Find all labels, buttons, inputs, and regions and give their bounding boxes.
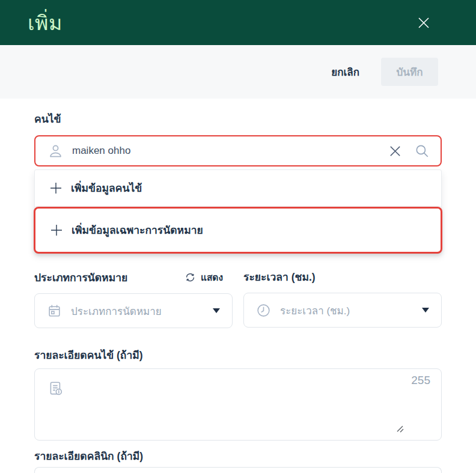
close-button[interactable] <box>416 15 432 31</box>
highlight-box: เพิ่มข้อมูลเฉพาะการนัดหมาย <box>34 207 442 254</box>
chevron-down-icon <box>422 308 429 313</box>
close-icon <box>416 16 431 30</box>
calendar-icon <box>47 304 62 319</box>
duration-column: ระยะเวลา (ชม.) ระยะเวลา (ชม.) <box>243 270 442 328</box>
char-counter: 255 <box>411 374 430 387</box>
add-appointment-modal: เพิ่ม ยกเลิก บันทึก คนไข้ maiken ohho <box>0 0 476 473</box>
modal-header: เพิ่ม <box>0 0 476 45</box>
patient-details-label: รายละเอียดคนไข้ (ถ้ามี) <box>34 348 442 362</box>
person-icon <box>47 143 64 159</box>
clear-icon[interactable] <box>388 144 402 158</box>
chevron-down-icon <box>213 308 220 313</box>
form-body: คนไข้ maiken ohho <box>0 112 476 473</box>
show-label: แสดง <box>201 270 223 285</box>
refresh-show-button[interactable]: แสดง <box>185 270 223 285</box>
search-icon[interactable] <box>414 143 430 159</box>
appointment-type-placeholder: ประเภทการนัดหมาย <box>71 303 204 319</box>
option-add-patient[interactable]: เพิ่มข้อมูลคนไข้ <box>35 170 441 207</box>
save-button[interactable]: บันทึก <box>381 58 438 86</box>
selects-row: ประเภทการนัดหมาย แสดง <box>34 270 442 328</box>
refresh-icon <box>185 272 196 283</box>
appointment-type-select[interactable]: ประเภทการนัดหมาย <box>34 293 233 328</box>
action-bar: ยกเลิก บันทึก <box>0 45 476 99</box>
cancel-button[interactable]: ยกเลิก <box>331 64 359 80</box>
resize-grip-icon[interactable] <box>396 425 404 433</box>
plus-icon <box>50 182 62 194</box>
patient-label: คนไข้ <box>34 112 442 126</box>
option-label: เพิ่มข้อมูลเฉพาะการนัดหมาย <box>72 222 203 239</box>
patient-search-value: maiken ohho <box>72 145 380 157</box>
clinic-details-label: รายละเอียดคลินิก (ถ้ามี) <box>34 449 442 463</box>
clinic-details-textarea[interactable] <box>34 467 442 473</box>
duration-placeholder: ระยะเวลา (ชม.) <box>280 302 413 319</box>
patient-search-input[interactable]: maiken ohho <box>34 135 442 166</box>
patient-details-textarea[interactable]: 255 <box>34 368 442 441</box>
plus-icon <box>50 224 63 236</box>
duration-select[interactable]: ระยะเวลา (ชม.) <box>243 293 442 328</box>
clock-icon <box>256 303 271 318</box>
patient-suggestions-panel: เพิ่มข้อมูลคนไข้ เพิ่มข้อมูลเฉพาะการนัดห… <box>34 169 442 253</box>
option-add-appointment-only[interactable]: เพิ่มข้อมูลเฉพาะการนัดหมาย <box>35 209 441 252</box>
note-info-icon <box>47 380 65 398</box>
option-label: เพิ่มข้อมูลคนไข้ <box>71 180 142 197</box>
appointment-type-label: ประเภทการนัดหมาย <box>34 270 127 285</box>
modal-title: เพิ่ม <box>28 7 63 39</box>
duration-label: ระยะเวลา (ชม.) <box>243 270 316 284</box>
appointment-type-column: ประเภทการนัดหมาย แสดง <box>34 270 233 328</box>
